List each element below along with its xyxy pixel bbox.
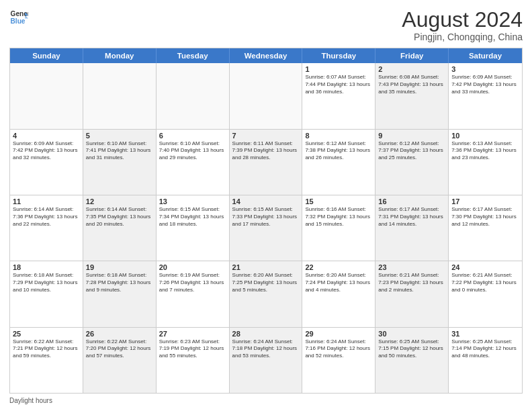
main-title: August 2024 [402, 8, 523, 32]
calendar-day-14: 14Sunrise: 6:15 AM Sunset: 7:33 PM Dayli… [230, 195, 303, 261]
day-header-wednesday: Wednesday [230, 48, 303, 63]
day-number: 28 [232, 330, 300, 338]
day-info: Sunrise: 6:14 AM Sunset: 7:35 PM Dayligh… [86, 206, 153, 228]
empty-cell [83, 63, 157, 128]
calendar-day-18: 18Sunrise: 6:18 AM Sunset: 7:29 PM Dayli… [10, 261, 83, 326]
calendar-day-25: 25Sunrise: 6:22 AM Sunset: 7:21 PM Dayli… [10, 328, 83, 393]
day-number: 7 [232, 132, 300, 140]
day-number: 16 [378, 197, 445, 205]
svg-text:Blue: Blue [11, 17, 26, 25]
day-header-friday: Friday [375, 48, 449, 63]
calendar-day-20: 20Sunrise: 6:19 AM Sunset: 7:26 PM Dayli… [157, 261, 230, 326]
day-info: Sunrise: 6:19 AM Sunset: 7:26 PM Dayligh… [159, 272, 226, 293]
day-number: 21 [232, 263, 300, 271]
day-info: Sunrise: 6:08 AM Sunset: 7:43 PM Dayligh… [378, 74, 445, 95]
calendar-body: 1Sunrise: 6:07 AM Sunset: 7:44 PM Daylig… [10, 63, 522, 393]
calendar-week-1: 1Sunrise: 6:07 AM Sunset: 7:44 PM Daylig… [10, 63, 522, 129]
day-info: Sunrise: 6:20 AM Sunset: 7:25 PM Dayligh… [232, 272, 300, 293]
day-info: Sunrise: 6:15 AM Sunset: 7:34 PM Dayligh… [159, 206, 226, 228]
day-number: 6 [159, 132, 226, 140]
day-number: 29 [305, 330, 372, 338]
day-number: 10 [451, 132, 519, 140]
day-info: Sunrise: 6:24 AM Sunset: 7:16 PM Dayligh… [305, 338, 372, 360]
footer: Daylight hours [9, 397, 523, 404]
day-number: 23 [378, 263, 445, 271]
calendar-day-30: 30Sunrise: 6:25 AM Sunset: 7:15 PM Dayli… [375, 328, 449, 393]
day-number: 13 [159, 197, 226, 205]
calendar-day-1: 1Sunrise: 6:07 AM Sunset: 7:44 PM Daylig… [302, 63, 375, 128]
calendar-day-4: 4Sunrise: 6:09 AM Sunset: 7:42 PM Daylig… [10, 130, 83, 195]
day-info: Sunrise: 6:09 AM Sunset: 7:42 PM Dayligh… [451, 74, 519, 95]
calendar-day-24: 24Sunrise: 6:21 AM Sunset: 7:22 PM Dayli… [449, 261, 522, 326]
empty-cell [10, 63, 83, 128]
calendar-day-16: 16Sunrise: 6:17 AM Sunset: 7:31 PM Dayli… [375, 195, 449, 261]
day-number: 30 [378, 330, 445, 338]
day-info: Sunrise: 6:07 AM Sunset: 7:44 PM Dayligh… [305, 74, 372, 95]
day-info: Sunrise: 6:20 AM Sunset: 7:24 PM Dayligh… [305, 272, 372, 293]
calendar-day-7: 7Sunrise: 6:11 AM Sunset: 7:39 PM Daylig… [230, 130, 303, 195]
calendar-week-3: 11Sunrise: 6:14 AM Sunset: 7:36 PM Dayli… [10, 195, 522, 261]
calendar-day-5: 5Sunrise: 6:10 AM Sunset: 7:41 PM Daylig… [83, 130, 157, 195]
day-number: 26 [86, 330, 153, 338]
day-info: Sunrise: 6:21 AM Sunset: 7:22 PM Dayligh… [451, 272, 519, 293]
day-info: Sunrise: 6:22 AM Sunset: 7:20 PM Dayligh… [86, 338, 153, 360]
day-number: 4 [13, 132, 80, 140]
calendar-day-27: 27Sunrise: 6:23 AM Sunset: 7:19 PM Dayli… [157, 328, 230, 393]
day-info: Sunrise: 6:09 AM Sunset: 7:42 PM Dayligh… [13, 140, 80, 162]
day-info: Sunrise: 6:12 AM Sunset: 7:38 PM Dayligh… [305, 140, 372, 162]
empty-cell [230, 63, 303, 128]
calendar-day-12: 12Sunrise: 6:14 AM Sunset: 7:35 PM Dayli… [83, 195, 157, 261]
day-info: Sunrise: 6:11 AM Sunset: 7:39 PM Dayligh… [232, 140, 300, 162]
daylight-hours-label: Daylight hours [9, 397, 52, 404]
day-number: 5 [86, 132, 153, 140]
day-number: 3 [451, 65, 519, 73]
day-info: Sunrise: 6:25 AM Sunset: 7:14 PM Dayligh… [451, 338, 519, 360]
day-header-tuesday: Tuesday [157, 48, 230, 63]
day-number: 15 [305, 197, 372, 205]
day-number: 11 [13, 197, 80, 205]
calendar-day-11: 11Sunrise: 6:14 AM Sunset: 7:36 PM Dayli… [10, 195, 83, 261]
page: General Blue August 2024 Pingjin, Chongq… [0, 0, 532, 411]
calendar-day-15: 15Sunrise: 6:16 AM Sunset: 7:32 PM Dayli… [302, 195, 375, 261]
day-header-sunday: Sunday [10, 48, 83, 63]
calendar-day-17: 17Sunrise: 6:17 AM Sunset: 7:30 PM Dayli… [449, 195, 522, 261]
logo-icon: General Blue [9, 8, 28, 27]
calendar-day-26: 26Sunrise: 6:22 AM Sunset: 7:20 PM Dayli… [83, 328, 157, 393]
day-info: Sunrise: 6:18 AM Sunset: 7:29 PM Dayligh… [13, 272, 80, 293]
calendar-week-4: 18Sunrise: 6:18 AM Sunset: 7:29 PM Dayli… [10, 261, 522, 327]
calendar-day-29: 29Sunrise: 6:24 AM Sunset: 7:16 PM Dayli… [302, 328, 375, 393]
header: General Blue August 2024 Pingjin, Chongq… [9, 8, 523, 42]
day-info: Sunrise: 6:15 AM Sunset: 7:33 PM Dayligh… [232, 206, 300, 228]
day-number: 20 [159, 263, 226, 271]
day-info: Sunrise: 6:10 AM Sunset: 7:40 PM Dayligh… [159, 140, 226, 162]
day-number: 25 [13, 330, 80, 338]
calendar-day-8: 8Sunrise: 6:12 AM Sunset: 7:38 PM Daylig… [302, 130, 375, 195]
day-info: Sunrise: 6:12 AM Sunset: 7:37 PM Dayligh… [378, 140, 445, 162]
day-info: Sunrise: 6:13 AM Sunset: 7:36 PM Dayligh… [451, 140, 519, 162]
calendar: SundayMondayTuesdayWednesdayThursdayFrid… [9, 48, 523, 394]
day-info: Sunrise: 6:16 AM Sunset: 7:32 PM Dayligh… [305, 206, 372, 228]
day-number: 18 [13, 263, 80, 271]
day-info: Sunrise: 6:14 AM Sunset: 7:36 PM Dayligh… [13, 206, 80, 228]
day-number: 17 [451, 197, 519, 205]
day-info: Sunrise: 6:21 AM Sunset: 7:23 PM Dayligh… [378, 272, 445, 293]
calendar-day-3: 3Sunrise: 6:09 AM Sunset: 7:42 PM Daylig… [449, 63, 522, 128]
day-info: Sunrise: 6:25 AM Sunset: 7:15 PM Dayligh… [378, 338, 445, 360]
day-number: 22 [305, 263, 372, 271]
calendar-day-2: 2Sunrise: 6:08 AM Sunset: 7:43 PM Daylig… [375, 63, 449, 128]
calendar-day-13: 13Sunrise: 6:15 AM Sunset: 7:34 PM Dayli… [157, 195, 230, 261]
calendar-week-2: 4Sunrise: 6:09 AM Sunset: 7:42 PM Daylig… [10, 130, 522, 195]
day-number: 2 [378, 65, 445, 73]
calendar-header: SundayMondayTuesdayWednesdayThursdayFrid… [10, 48, 522, 63]
calendar-day-28: 28Sunrise: 6:24 AM Sunset: 7:18 PM Dayli… [230, 328, 303, 393]
day-info: Sunrise: 6:17 AM Sunset: 7:31 PM Dayligh… [378, 206, 445, 228]
day-info: Sunrise: 6:22 AM Sunset: 7:21 PM Dayligh… [13, 338, 80, 360]
day-number: 14 [232, 197, 300, 205]
day-header-saturday: Saturday [449, 48, 522, 63]
day-info: Sunrise: 6:18 AM Sunset: 7:28 PM Dayligh… [86, 272, 153, 293]
day-info: Sunrise: 6:17 AM Sunset: 7:30 PM Dayligh… [451, 206, 519, 228]
day-number: 1 [305, 65, 372, 73]
day-header-monday: Monday [83, 48, 157, 63]
day-number: 8 [305, 132, 372, 140]
day-number: 27 [159, 330, 226, 338]
